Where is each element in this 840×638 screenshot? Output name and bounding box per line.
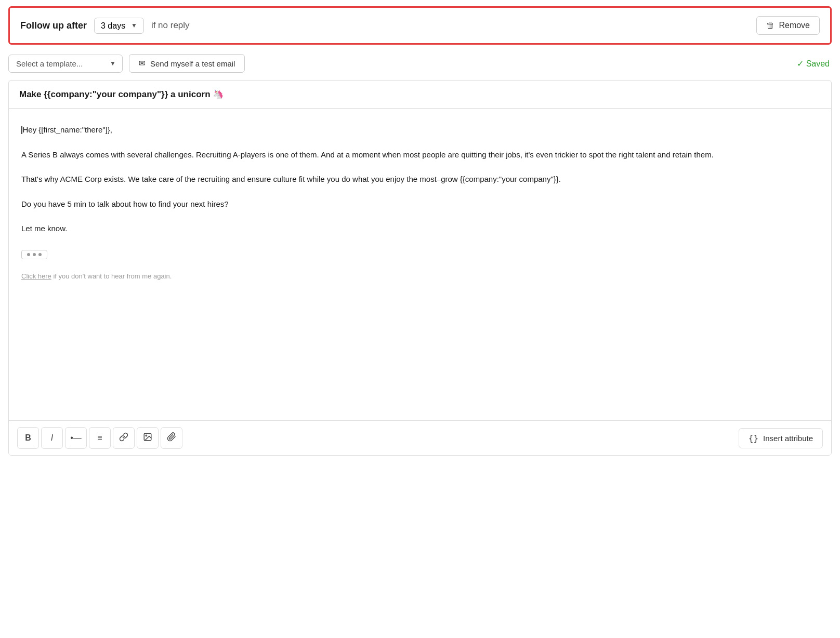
insert-attr-icon: {}: [749, 433, 758, 443]
dot-2: [33, 253, 36, 256]
template-select[interactable]: Select a template...: [16, 59, 115, 68]
attachment-button[interactable]: [161, 427, 182, 449]
toolbar-left: Select a template... ▼ ✉ Send myself a t…: [8, 54, 245, 73]
dot-3: [38, 253, 42, 256]
email-paragraph-1: A Series B always comes with several cha…: [21, 148, 819, 162]
email-subject[interactable]: Make {{company:"your company"}} a unicor…: [9, 81, 831, 109]
editor-toolbar-left: B I •— ≡: [17, 427, 182, 449]
days-select[interactable]: 3 days 1 day 2 days 5 days 7 days: [101, 21, 126, 30]
attachment-icon: [167, 432, 176, 444]
unsubscribe-text: if you don't want to hear from me again.: [51, 272, 172, 280]
followup-left: Follow up after 3 days 1 day 2 days 5 da…: [20, 18, 190, 34]
trash-icon: 🗑: [766, 21, 775, 30]
remove-label: Remove: [779, 21, 810, 30]
if-no-reply-label: if no reply: [151, 20, 190, 31]
test-email-button[interactable]: ✉ Send myself a test email: [129, 54, 245, 73]
numbered-list-icon: ≡: [97, 433, 102, 443]
insert-attr-label: Insert attribute: [763, 434, 813, 443]
signature-dots: [21, 250, 47, 259]
email-body[interactable]: Hey {[first_name:"there"]}, A Series B a…: [9, 109, 831, 420]
subject-text: Make {{company:"your company"}} a unicor…: [19, 89, 224, 100]
test-email-label: Send myself a test email: [150, 59, 235, 68]
bold-button[interactable]: B: [17, 427, 39, 449]
envelope-icon: ✉: [139, 59, 146, 68]
insert-attribute-button[interactable]: {} Insert attribute: [739, 428, 823, 448]
days-select-wrapper[interactable]: 3 days 1 day 2 days 5 days 7 days ▼: [94, 18, 144, 34]
followup-bar: Follow up after 3 days 1 day 2 days 5 da…: [8, 6, 832, 45]
image-icon: [143, 432, 152, 444]
remove-button[interactable]: 🗑 Remove: [756, 16, 820, 35]
email-greeting: Hey {[first_name:"there"]},: [21, 123, 819, 137]
followup-label: Follow up after: [20, 20, 87, 31]
link-icon: [119, 432, 128, 444]
image-button[interactable]: [137, 427, 159, 449]
template-select-wrapper[interactable]: Select a template... ▼: [8, 55, 123, 73]
bullet-list-icon: •—: [70, 433, 82, 443]
saved-indicator: ✓ Saved: [797, 59, 830, 69]
email-card: Make {{company:"your company"}} a unicor…: [8, 80, 832, 456]
text-cursor: [21, 126, 22, 134]
unsubscribe-link[interactable]: Click here: [21, 272, 51, 280]
bullet-list-button[interactable]: •—: [65, 427, 87, 449]
email-paragraph-3: Do you have 5 min to talk about how to f…: [21, 197, 819, 211]
editor-toolbar: B I •— ≡: [9, 420, 831, 455]
italic-button[interactable]: I: [41, 427, 63, 449]
email-sign-off: Let me know.: [21, 222, 819, 235]
svg-point-1: [146, 435, 147, 436]
page-wrapper: Follow up after 3 days 1 day 2 days 5 da…: [0, 0, 840, 638]
link-button[interactable]: [113, 427, 135, 449]
unsubscribe-line: Click here if you don't want to hear fro…: [21, 271, 819, 282]
chevron-down-icon: ▼: [131, 22, 137, 29]
toolbar-row: Select a template... ▼ ✉ Send myself a t…: [8, 54, 832, 73]
dot-1: [27, 253, 30, 256]
email-paragraph-2: That's why ACME Corp exists. We take car…: [21, 172, 819, 186]
numbered-list-button[interactable]: ≡: [89, 427, 111, 449]
